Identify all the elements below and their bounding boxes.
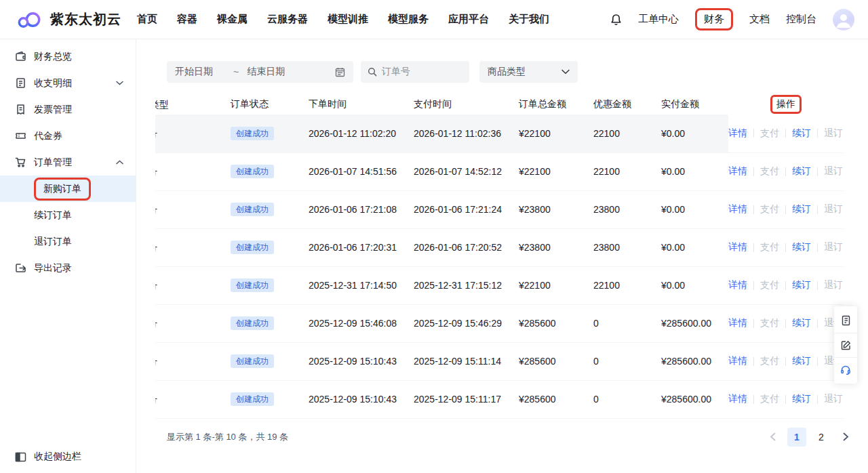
nav-bare-metal[interactable]: 裸金属 (214, 9, 251, 30)
detail-link[interactable]: 详情 (728, 241, 747, 253)
actual-amount-cell: ¥0.00 (661, 228, 728, 266)
feedback-button[interactable] (834, 333, 857, 357)
action-divider (785, 243, 786, 252)
action-divider (753, 205, 754, 214)
survey-icon (841, 315, 851, 326)
chevron-down-icon (561, 69, 570, 75)
detail-link[interactable]: 详情 (728, 165, 747, 178)
sidebar-item-new-orders[interactable]: 新购订单 (0, 176, 136, 202)
sidebar-item-label: 订单管理 (34, 157, 72, 169)
pay-link: 支付 (760, 279, 779, 291)
renew-link[interactable]: 续订 (792, 127, 811, 140)
action-divider (817, 395, 818, 404)
pay-link: 支付 (760, 317, 779, 329)
calendar-icon[interactable] (335, 67, 345, 77)
sidebar-item-transactions[interactable]: 收支明细 (0, 70, 136, 96)
renew-link[interactable]: 续订 (792, 317, 811, 329)
pay-time-cell: 2025-12-09 15:11:17 (414, 380, 519, 418)
total-amount-cell: ¥23800 (519, 190, 593, 228)
action-divider (753, 357, 754, 366)
invoice-icon (15, 104, 26, 115)
nav-app-platform[interactable]: 应用平台 (445, 9, 492, 30)
nav-container[interactable]: 容器 (174, 9, 201, 30)
action-divider (753, 129, 754, 138)
sidebar-item-order-management[interactable]: 订单管理 (0, 149, 136, 176)
sidebar-item-invoices[interactable]: 发票管理 (0, 96, 136, 123)
renew-link[interactable]: 续订 (792, 241, 811, 253)
nav-model-training[interactable]: 模型训推 (324, 9, 372, 30)
link-docs[interactable]: 文档 (749, 13, 770, 26)
pagination: 1 2 (763, 428, 855, 447)
order-time-cell: 2025-12-09 15:46:08 (309, 304, 414, 342)
prev-page-button[interactable] (763, 428, 782, 447)
page-button-2[interactable]: 2 (812, 428, 831, 447)
renew-link[interactable]: 续订 (792, 165, 811, 178)
actual-amount-cell: ¥0.00 (661, 266, 728, 304)
sidebar-item-label: 新购订单 (43, 183, 81, 194)
action-divider (785, 167, 786, 176)
clipped-cell-text: 号 (155, 127, 157, 140)
renew-link[interactable]: 续订 (792, 203, 811, 215)
page-button-1[interactable]: 1 (787, 428, 806, 447)
sidebar-item-export-records[interactable]: 导出记录 (0, 255, 136, 281)
row-actions: 详情支付续订退订 (728, 241, 844, 253)
renew-link[interactable]: 续订 (792, 279, 811, 291)
nav-home[interactable]: 首页 (134, 9, 161, 30)
detail-link[interactable]: 详情 (728, 393, 747, 405)
action-divider (785, 129, 786, 138)
sidebar-item-finance-overview[interactable]: 财务总览 (0, 43, 136, 70)
status-badge: 创建成功 (231, 392, 274, 406)
sidebar-item-vouchers[interactable]: 代金券 (0, 123, 136, 149)
product-type-select[interactable]: 商品类型 (479, 61, 578, 83)
sidebar: 财务总览 收支明细 发票管理 代金券 (0, 39, 136, 473)
action-divider (753, 167, 754, 176)
brand[interactable]: 紫东太初云 (16, 10, 121, 29)
survey-button[interactable] (834, 308, 857, 333)
col-type: 类型 (155, 98, 169, 111)
start-date-placeholder[interactable]: 开始日期 (175, 66, 213, 78)
nav-model-service[interactable]: 模型服务 (384, 9, 432, 30)
pay-time-cell: 2025-12-31 17:15:12 (414, 266, 519, 304)
finance-annotation-box: 财务 (695, 8, 733, 30)
wallet-icon (15, 51, 26, 62)
nav-cloud-server[interactable]: 云服务器 (264, 9, 311, 30)
sidebar-item-unsubscribe-orders[interactable]: 退订订单 (0, 228, 136, 255)
date-range-picker[interactable]: 开始日期 ~ 结束日期 (167, 61, 353, 83)
link-workorder-center[interactable]: 工单中心 (638, 13, 679, 26)
detail-link[interactable]: 详情 (728, 127, 747, 140)
sidebar-item-label: 发票管理 (34, 104, 72, 116)
table-row: 号 创建成功 2026-01-07 14:51:56 2026-01-07 14… (155, 152, 844, 190)
pay-link: 支付 (760, 203, 779, 215)
link-finance[interactable]: 财务 (704, 13, 724, 24)
clipped-cell-text: 号 (155, 165, 157, 178)
row-actions: 详情支付续订退订 (728, 127, 844, 140)
pay-time-cell: 2026-01-12 11:02:36 (414, 115, 519, 152)
detail-link[interactable]: 详情 (728, 355, 747, 367)
link-console[interactable]: 控制台 (786, 13, 816, 26)
action-divider (753, 395, 754, 404)
end-date-placeholder[interactable]: 结束日期 (247, 66, 285, 78)
collapse-sidebar-button[interactable]: 收起侧边栏 (0, 440, 136, 473)
sidebar-item-renew-orders[interactable]: 续订订单 (0, 202, 136, 228)
detail-link[interactable]: 详情 (728, 203, 747, 215)
order-number-search-input[interactable]: 订单号 (361, 61, 469, 83)
detail-link[interactable]: 详情 (728, 317, 747, 329)
user-avatar[interactable] (833, 9, 854, 30)
clipped-cell-text: 号 (155, 354, 157, 368)
table-row: 号 创建成功 2025-12-09 15:10:43 2025-12-09 15… (155, 342, 844, 380)
status-badge: 创建成功 (231, 203, 274, 216)
total-amount-cell: ¥285600 (519, 380, 593, 418)
detail-link[interactable]: 详情 (728, 279, 747, 291)
row-actions: 详情支付续订退订 (728, 393, 844, 405)
bell-icon[interactable] (610, 14, 622, 26)
ledger-icon (15, 77, 26, 89)
primary-nav: 首页 容器 裸金属 云服务器 模型训推 模型服务 应用平台 关于我们 (134, 9, 553, 30)
renew-link[interactable]: 续订 (792, 393, 811, 405)
nav-about-us[interactable]: 关于我们 (505, 9, 553, 30)
renew-link[interactable]: 续订 (792, 355, 811, 367)
next-page-button[interactable] (836, 428, 855, 447)
support-button[interactable] (834, 357, 857, 382)
table-row: 号 创建成功 2025-12-31 17:14:50 2025-12-31 17… (155, 266, 844, 304)
discount-amount-cell: 22100 (593, 115, 661, 152)
order-time-cell: 2026-01-12 11:02:20 (309, 115, 414, 152)
